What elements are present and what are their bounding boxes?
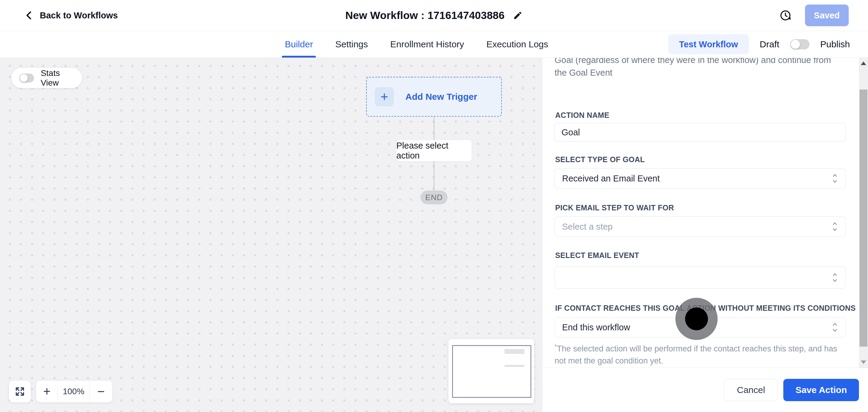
minimap[interactable] [448,339,534,403]
top-header: Back to Workflows New Workflow : 1716147… [0,0,868,31]
zoom-in-button[interactable]: + [36,381,58,402]
goal-description-text: Goal (regardless of where they were in t… [555,58,843,79]
email-step-placeholder: Select a step [562,222,613,232]
up-down-chevrons-icon [831,272,839,284]
stats-view-toggle-pill[interactable]: Stats View [11,68,82,88]
action-name-input[interactable] [555,123,846,141]
cancel-button[interactable]: Cancel [724,379,778,401]
goal-type-select[interactable]: Received an Email Event [555,168,846,189]
page-title: New Workflow : 1716147403886 [345,9,504,22]
email-event-label: SELECT EMAIL EVENT [555,251,639,260]
tab-settings[interactable]: Settings [334,31,369,58]
back-label: Back to Workflows [40,10,118,21]
connector-line-bottom [434,161,434,190]
please-select-action-node[interactable]: Please select action [396,140,472,161]
goal-type-label: SELECT TYPE OF GOAL [555,155,645,164]
publish-toggle-knob [791,40,800,49]
edit-title-icon[interactable] [513,10,523,20]
tab-enrollment-history[interactable]: Enrollment History [389,31,465,58]
minimap-viewport [452,345,531,398]
email-step-select[interactable]: Select a step [555,216,846,237]
add-new-trigger-label: Add New Trigger [405,92,477,102]
tab-builder[interactable]: Builder [284,31,314,58]
action-config-panel: Goal (regardless of where they were in t… [542,58,868,412]
test-workflow-button[interactable]: Test Workflow [668,34,749,54]
zoom-level: 100% [58,381,90,402]
action-config-form: Goal (regardless of where they were in t… [542,58,868,368]
workflow-builder-app: Back to Workflows New Workflow : 1716147… [0,0,868,412]
chevron-left-icon [24,10,34,21]
email-step-label: PICK EMAIL STEP TO WAIT FOR [555,203,674,212]
no-goal-condition-select[interactable]: End this workflow [555,317,846,338]
minimap-trigger-node [504,349,524,354]
panel-scrollbar[interactable] [859,58,868,368]
please-select-action-label: Please select action [396,141,472,161]
scrollbar-thumb[interactable] [860,90,867,347]
scroll-up-arrow-icon[interactable] [861,62,866,65]
tab-bar: Builder Settings Enrollment History Exec… [0,31,868,58]
no-goal-condition-value: End this workflow [562,322,630,332]
back-to-workflows-button[interactable]: Back to Workflows [24,10,118,21]
zoom-controls: + 100% − [36,381,113,402]
stats-view-toggle-knob [20,74,28,82]
plus-icon: + [375,87,394,106]
header-actions: Saved [779,4,849,26]
footnote-text: *The selected action will be performed i… [555,341,841,367]
expand-arrows-icon [14,386,25,397]
up-down-chevrons-icon [831,221,839,233]
tab-execution-logs[interactable]: Execution Logs [485,31,550,58]
publish-toggle[interactable] [790,39,809,50]
publish-label: Publish [820,39,850,50]
draft-label: Draft [760,39,779,50]
save-action-button[interactable]: Save Action [783,379,859,401]
saved-button[interactable]: Saved [805,4,849,26]
zoom-out-button[interactable]: − [90,381,113,402]
end-label: END [425,193,443,202]
stats-view-label: Stats View [41,68,74,88]
tabs-group: Builder Settings Enrollment History Exec… [284,31,550,58]
version-history-icon[interactable] [779,9,792,22]
workflow-title-group: New Workflow : 1716147403886 [345,9,523,22]
panel-footer: Cancel Save Action [542,368,868,412]
add-new-trigger-button[interactable]: + Add New Trigger [366,77,502,117]
minimap-action-node [504,365,524,367]
workflow-canvas[interactable]: Stats View + Add New Trigger Please sele… [0,58,542,412]
no-goal-condition-label: IF CONTACT REACHES THIS GOAL ACTION WITH… [555,304,856,313]
connector-line-top [434,117,434,140]
main-content: Stats View + Add New Trigger Please sele… [0,58,868,412]
email-event-select[interactable] [555,266,846,289]
publish-controls: Test Workflow Draft Publish [668,34,850,54]
end-node: END [421,190,447,204]
up-down-chevrons-icon [831,172,839,185]
scroll-down-arrow-icon[interactable] [861,360,866,364]
action-name-label: ACTION NAME [555,111,610,120]
goal-type-value: Received an Email Event [562,173,660,184]
fit-to-screen-button[interactable] [9,381,31,402]
stats-view-toggle[interactable] [19,73,34,83]
up-down-chevrons-icon [831,321,839,333]
